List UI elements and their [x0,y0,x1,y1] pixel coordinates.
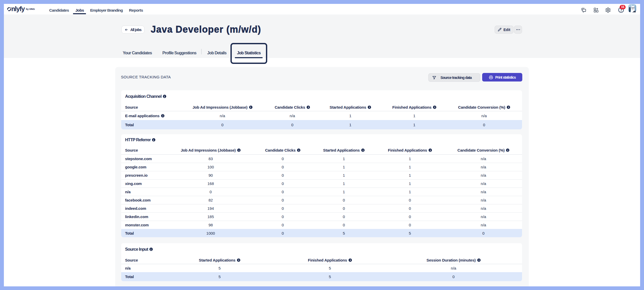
svg-text:by XING: by XING [26,8,35,10]
svg-text:nlyfy: nlyfy [11,5,25,12]
